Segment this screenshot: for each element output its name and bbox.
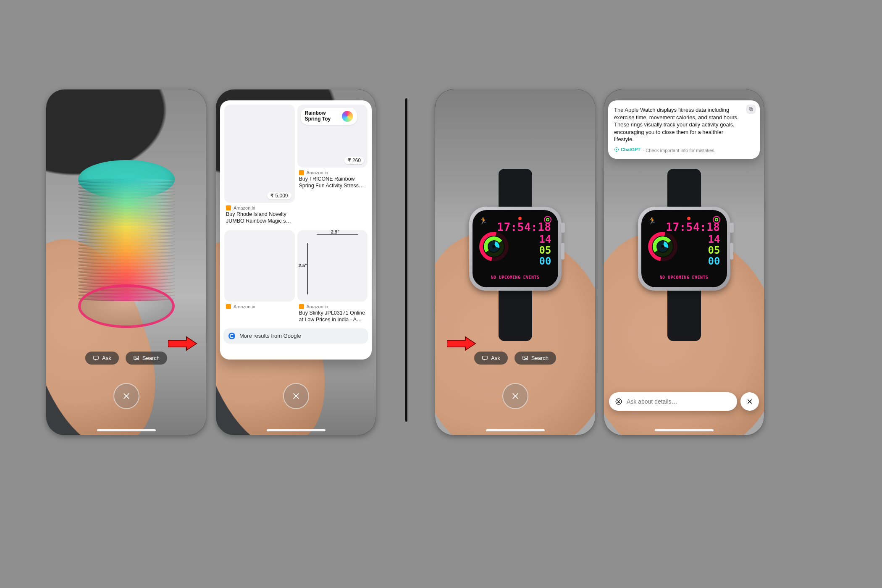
dismiss-ask-button[interactable]: [740, 392, 759, 411]
more-results-row[interactable]: More results from Google: [223, 328, 368, 344]
svg-point-5: [524, 357, 525, 358]
home-indicator[interactable]: [655, 429, 714, 431]
svg-rect-3: [483, 356, 487, 360]
phone-4-chatgpt-answer: 🏃 17:54:18 14 05 00 NO UPCOMING EVENTS T…: [604, 89, 764, 435]
amazon-icon: [226, 205, 231, 210]
close-button[interactable]: [283, 383, 309, 409]
result-source: Amazon.in: [234, 205, 255, 210]
svg-rect-6: [750, 108, 753, 111]
close-icon: [746, 398, 753, 405]
result-title: Buy Rhode Island Novelty JUMBO Rainbow M…: [224, 211, 295, 228]
result-tile[interactable]: 2.9" 2.5": [297, 230, 368, 302]
result-source: Amazon.in: [307, 170, 328, 175]
svg-point-2: [135, 357, 136, 358]
ask-button[interactable]: Ask: [474, 352, 508, 365]
subject-apple-watch: 🏃 17:54:18 14 05 00 NO UPCOMING EVENTS: [469, 207, 562, 291]
dimension-width: 2.9": [331, 229, 340, 234]
chatgpt-response-card: The Apple Watch displays fitness data in…: [608, 100, 760, 159]
watch-events: NO UPCOMING EVENTS: [476, 275, 555, 280]
watch-exercise: 05: [539, 244, 551, 256]
close-icon: [122, 391, 131, 401]
close-icon: [511, 391, 520, 401]
notification-dot-icon: [518, 217, 522, 220]
activity-rings-icon: [479, 232, 509, 261]
annotation-arrow-search: [168, 336, 197, 351]
search-label: Search: [531, 355, 549, 361]
image-search-icon: [522, 355, 528, 361]
home-indicator[interactable]: [486, 429, 545, 431]
copy-button[interactable]: [746, 105, 756, 114]
home-indicator[interactable]: [97, 429, 156, 431]
workout-icon: 🏃: [479, 217, 488, 225]
google-icon: [228, 333, 235, 339]
search-button[interactable]: Search: [126, 352, 167, 365]
result-title: Buy TRICONE Rainbow Spring Fun Activity …: [297, 176, 368, 192]
ask-label: Ask: [491, 355, 500, 361]
ask-label: Ask: [102, 355, 111, 361]
close-button[interactable]: [113, 383, 139, 409]
chat-icon: [93, 355, 99, 361]
chat-icon: [482, 355, 488, 361]
more-results-label: More results from Google: [239, 333, 301, 339]
svg-rect-7: [749, 108, 752, 110]
subject-slinky: /*noop*/: [78, 171, 175, 326]
result-source: Amazon.in: [307, 304, 328, 309]
rainbow-dot-icon: [342, 111, 353, 122]
close-button[interactable]: [502, 383, 528, 409]
chatgpt-icon: [615, 398, 622, 405]
close-icon: [291, 391, 301, 401]
ask-input[interactable]: [627, 398, 731, 405]
chatgpt-signature: ChatGPT · Check important info for mista…: [614, 147, 743, 154]
keyword-text: Rainbow Spring Toy: [305, 110, 339, 122]
ask-button[interactable]: Ask: [85, 352, 119, 365]
result-source: Amazon.in: [234, 304, 255, 309]
amazon-icon: [226, 304, 231, 309]
keyword-chip[interactable]: Rainbow Spring Toy: [301, 108, 357, 125]
price-badge: ₹ 260: [344, 157, 364, 164]
svg-marker-11: [447, 337, 475, 350]
amazon-icon: [299, 304, 304, 309]
chatgpt-icon: [614, 147, 619, 152]
watch-stand: 00: [539, 255, 551, 267]
phone-3-watch-ask: 🏃 17:54:18 14 05 00 NO UPCOMING EVENTS A…: [435, 89, 595, 435]
amazon-icon: [299, 170, 304, 175]
home-indicator[interactable]: [267, 429, 326, 431]
result-tile[interactable]: ₹ 5,009: [224, 105, 295, 203]
ask-input-bar[interactable]: [609, 392, 737, 411]
phone-2-search-results: ₹ 5,009 Amazon.in Buy Rhode Island Novel…: [216, 89, 376, 435]
copy-icon: [748, 107, 753, 112]
phone-1-visual-lookup: /*noop*/ Ask Search: [46, 89, 206, 435]
section-divider: [405, 98, 407, 422]
svg-rect-0: [94, 356, 98, 360]
search-button[interactable]: Search: [514, 352, 556, 365]
chatgpt-text: The Apple Watch displays fitness data in…: [614, 106, 743, 143]
image-search-icon: [133, 355, 139, 361]
result-tile[interactable]: Rainbow Spring Toy ₹ 260: [297, 105, 368, 168]
result-title: Buy Slinky JPL03171 Online at Low Prices…: [297, 310, 368, 326]
price-badge: ₹ 5,009: [267, 192, 291, 200]
dimension-height: 2.5": [299, 263, 307, 268]
result-tile[interactable]: [224, 230, 295, 302]
svg-marker-10: [168, 337, 197, 350]
watch-move: 14: [539, 234, 551, 245]
search-label: Search: [142, 355, 160, 361]
annotation-arrow-ask: [447, 336, 476, 351]
visual-search-sheet[interactable]: ₹ 5,009 Amazon.in Buy Rhode Island Novel…: [220, 100, 372, 360]
